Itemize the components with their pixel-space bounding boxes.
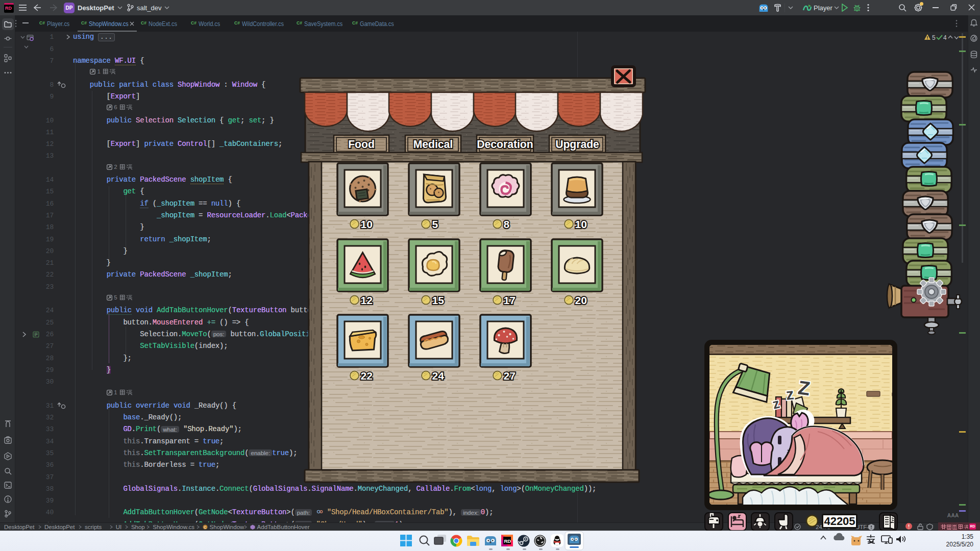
svg-text:17: 17	[504, 294, 516, 306]
svg-text:Medical: Medical	[413, 138, 453, 151]
svg-text:Decoration: Decoration	[477, 138, 533, 151]
svg-text:C: C	[204, 525, 206, 529]
svg-text:RD: RD	[504, 538, 511, 544]
svg-text:10: 10	[361, 218, 373, 230]
svg-text:Upgrade: Upgrade	[555, 138, 599, 151]
svg-text:5: 5	[432, 218, 438, 230]
svg-text:15: 15	[432, 294, 445, 306]
svg-text:24: 24	[432, 370, 445, 382]
svg-text:10: 10	[575, 218, 587, 230]
svg-text:12: 12	[361, 294, 373, 306]
svg-text:1:35: 1:35	[962, 533, 974, 540]
svg-text:22: 22	[361, 370, 373, 382]
svg-text:27: 27	[504, 370, 516, 382]
svg-text:20: 20	[575, 294, 587, 306]
svg-text:Food: Food	[348, 138, 375, 151]
svg-text:2025/5/20: 2025/5/20	[946, 541, 974, 548]
svg-text:8: 8	[504, 218, 510, 230]
